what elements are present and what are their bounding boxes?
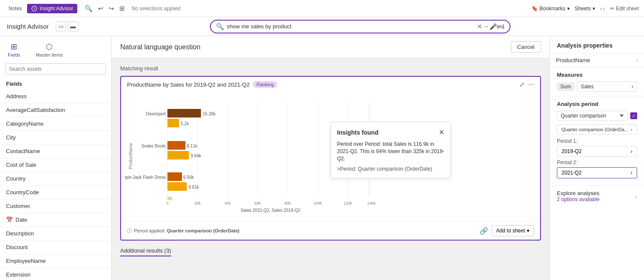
sum-label: Sum: [557, 82, 574, 91]
svg-rect-17: [167, 151, 189, 160]
chart-menu-btn[interactable]: ⋯: [528, 81, 534, 88]
period-checkbox[interactable]: [630, 112, 637, 119]
analysis-period-section: Analysis period Quarter comparison Quart…: [550, 96, 644, 186]
ranking-badge: Ranking: [253, 81, 277, 88]
quarter-comparison-chevron-icon: ›: [631, 127, 632, 132]
explore-analyses-label: Explore analyses: [557, 190, 599, 196]
period1-chevron-icon: ›: [631, 148, 632, 154]
insights-close-btn[interactable]: ✕: [439, 128, 444, 136]
panel-right-btn[interactable]: ▬: [68, 21, 79, 31]
panel-field-name: ProductName: [556, 57, 590, 63]
svg-text:6.56k: 6.56k: [183, 175, 194, 180]
svg-text:80k: 80k: [285, 201, 291, 205]
search-mic-btn[interactable]: 🎤: [489, 23, 497, 30]
sidebar-item-city[interactable]: City: [0, 131, 111, 145]
sidebar-item-extension[interactable]: Extension: [0, 268, 111, 280]
search-input[interactable]: [227, 23, 477, 30]
period-info-text: Period applied: Quarter comparison (Orde…: [134, 228, 240, 233]
sidebar-tab-master-items[interactable]: ⬡ Master items: [31, 39, 67, 60]
panel-left-btn[interactable]: ▭: [56, 21, 66, 31]
sidebar-item-discount[interactable]: Discount: [0, 241, 111, 254]
sidebar-search-input[interactable]: [5, 63, 106, 75]
svg-text:9.64k: 9.64k: [191, 154, 201, 158]
sidebar-item-countrycode[interactable]: CountryCode: [0, 186, 111, 199]
insight-icon: [31, 6, 37, 12]
svg-text:5.2k: 5.2k: [181, 121, 189, 126]
sidebar-item-customer[interactable]: Customer: [0, 199, 111, 213]
next-sheet-btn[interactable]: ›: [603, 5, 605, 12]
period1-section: Period 1: 2019-Q2 ›: [557, 138, 637, 157]
svg-text:0: 0: [166, 201, 168, 205]
search-go-btn[interactable]: →: [483, 23, 489, 30]
sidebar-item-costofsale[interactable]: Cost of Sale: [0, 158, 111, 172]
add-sheet-chevron-icon: ▾: [527, 228, 529, 234]
notes-tab[interactable]: Notes: [5, 4, 25, 13]
sidebar-item-date[interactable]: 📅 Date: [0, 213, 111, 227]
period1-value[interactable]: 2019-Q2 ›: [557, 146, 637, 157]
svg-text:8.11k: 8.11k: [187, 144, 197, 148]
sidebar-tab-fields[interactable]: ⊞ Fields: [3, 39, 24, 60]
additional-results-label[interactable]: Additional results (3): [120, 247, 171, 256]
quarter-comparison-item[interactable]: Quarter comparison (OrderDa... ›: [557, 124, 637, 135]
analysis-properties-title: Analysis properties: [550, 36, 644, 54]
topbar-left: Notes Insight Advisor 🔍 ↩ ↪ ⊞ No selecti…: [5, 3, 180, 14]
undo-btn[interactable]: ↩: [97, 3, 105, 14]
chart-header: ProductName by Sales for 2019-Q2 and 202…: [121, 77, 540, 92]
redo-btn[interactable]: ↪: [107, 3, 115, 14]
search-info-btn[interactable]: ℹ: [502, 23, 504, 30]
insights-link[interactable]: >Period: Quarter comparison (OrderDate): [337, 166, 432, 172]
chart-header-actions: ⤢ ⋯: [519, 81, 534, 88]
no-selections-label: No selections applied: [131, 6, 180, 12]
svg-text:120k: 120k: [343, 201, 352, 205]
add-to-sheet-btn[interactable]: Add to sheet ▾: [492, 225, 534, 236]
chart-expand-btn[interactable]: ⤢: [519, 81, 525, 88]
sidebar-item-categoryname[interactable]: CategoryName: [0, 117, 111, 131]
edit-sheet-btn[interactable]: ✏ Edit sheet: [610, 6, 639, 12]
link-icon-btn[interactable]: 🔗: [480, 225, 488, 236]
explore-options-link[interactable]: 2 options available: [557, 196, 599, 202]
explore-chevron-icon[interactable]: ›: [635, 193, 637, 200]
main-layout: ⊞ Fields ⬡ Master items Fields Address A…: [0, 36, 644, 280]
search-bar: 🔍 ✕ → 🎤 en ℹ: [210, 20, 510, 33]
prev-sheet-btn[interactable]: ‹: [600, 5, 602, 12]
sidebar-item-description[interactable]: Description: [0, 227, 111, 241]
sidebar-item-averagecall[interactable]: AverageCallSatisfaction: [0, 103, 111, 117]
sidebar-item-employeename[interactable]: EmployeeName: [0, 254, 111, 268]
explore-row: Explore analyses 2 options available ›: [550, 186, 644, 207]
matching-result-label: Matching result: [120, 65, 541, 72]
chart-title: ProductName by Sales for 2019-Q2 and 202…: [127, 81, 249, 88]
sales-select[interactable]: Sales ›: [577, 81, 637, 92]
sidebar-item-country[interactable]: Country: [0, 172, 111, 186]
svg-rect-15: [167, 141, 185, 150]
secondbar: Insight Advisor ▭ ▬ 🔍 ✕ → 🎤 en ℹ: [0, 17, 644, 36]
cancel-btn[interactable]: Cancel: [511, 41, 541, 53]
svg-text:Snake Boots: Snake Boots: [141, 144, 166, 148]
topbar-right: 🔖 Bookmarks ▾ Sheets ▾ ‹ › ✏ Edit sheet: [532, 5, 639, 12]
date-icon: 📅: [6, 217, 13, 223]
insights-popup: Insights found ✕ Period over Period: tot…: [331, 122, 451, 178]
search-clear-btn[interactable]: ✕: [477, 23, 483, 30]
sidebar-item-contactname[interactable]: ContactName: [0, 145, 111, 158]
topbar: Notes Insight Advisor 🔍 ↩ ↪ ⊞ No selecti…: [0, 0, 644, 17]
smart-search-btn[interactable]: ⊞: [118, 3, 126, 14]
right-panel: Analysis properties ProductName › Measur…: [550, 36, 644, 280]
nlq-header: Natural language question Cancel: [112, 36, 550, 58]
fields-icon: ⊞: [11, 42, 17, 51]
svg-rect-10: [167, 109, 201, 117]
sheets-btn[interactable]: Sheets ▾: [575, 6, 595, 12]
main-content: Natural language question Cancel Matchin…: [112, 36, 550, 280]
insight-advisor-tab[interactable]: Insight Advisor: [27, 4, 77, 13]
sidebar-item-address[interactable]: Address: [0, 90, 111, 103]
search-bar-icon: 🔍: [216, 23, 224, 30]
period1-label: Period 1:: [557, 138, 637, 144]
bookmarks-btn[interactable]: 🔖 Bookmarks ▾: [532, 6, 570, 12]
svg-text:15.28k: 15.28k: [203, 111, 216, 116]
svg-text:40k: 40k: [225, 201, 231, 205]
search-lang-btn[interactable]: en: [497, 24, 502, 30]
period-dropdown[interactable]: Quarter comparison: [557, 111, 628, 121]
period2-value[interactable]: 2021-Q2 ›: [557, 167, 637, 178]
panel-field-productname[interactable]: ProductName ›: [550, 54, 644, 67]
search-icon-btn[interactable]: 🔍: [83, 3, 94, 14]
chart-footer: ⓘ Period applied: Quarter comparison (Or…: [121, 221, 540, 240]
sidebar-list: Address AverageCallSatisfaction Category…: [0, 90, 111, 280]
